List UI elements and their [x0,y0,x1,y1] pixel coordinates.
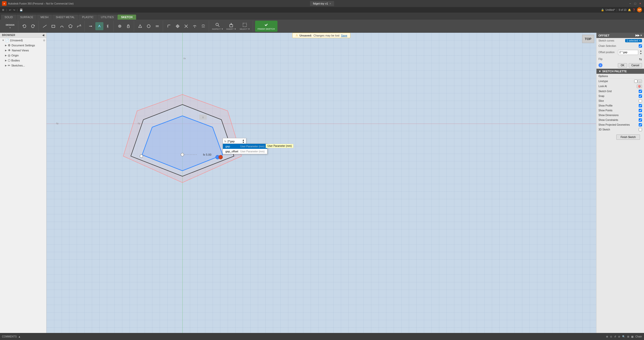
nav-icon-1[interactable]: ⊕ [606,335,608,338]
save-button-win[interactable]: 💾 [20,9,23,11]
browser-item-named-views[interactable]: ▶ 👁 Named Views [0,48,46,53]
chain-selection-checkbox[interactable] [639,44,642,48]
coincident-button[interactable] [116,22,124,30]
3d-sketch-checkbox[interactable] [639,128,642,131]
notification-icon[interactable]: 🔔 [628,9,631,11]
lookat-button[interactable]: 🎯 [637,85,642,88]
delete-handle[interactable] [219,155,223,159]
display-icon[interactable]: ▦ [631,335,633,338]
grid-icon[interactable]: ⊞ [627,335,629,338]
selected-clear-icon[interactable]: × [639,39,640,42]
nav-icon-3[interactable]: ↺ [614,335,616,338]
inspect-dropdown-button[interactable]: INSPECT ▼ [211,21,224,32]
tab-sketch[interactable]: SKETCH [117,15,136,20]
design-dropdown-button[interactable]: DESIGN ▼ [4,21,17,32]
active-tab[interactable]: fidget-toy v1 × [310,1,334,6]
rect-tool-button[interactable] [49,22,57,30]
linetype-checkbox[interactable] [634,80,637,83]
tab-solid[interactable]: SOLID [1,15,16,20]
redo-tool-button[interactable] [29,22,37,30]
crosshair-button[interactable] [174,22,182,30]
offset-input-field[interactable] [227,140,241,143]
curve-extend-button[interactable] [191,22,199,30]
polygon-tool-button[interactable] [66,22,74,30]
spline-tool-button[interactable] [75,22,83,30]
user-avatar[interactable]: AP [637,7,642,12]
finish-sketch-palette-button[interactable]: Finish Sketch [616,134,640,140]
save-link-button[interactable]: Save [341,34,347,37]
double-line-tool-button[interactable] [153,22,161,30]
redo-button[interactable]: ↪ [13,9,15,11]
ok-button[interactable]: OK [618,63,627,67]
show-dimensions-checkbox[interactable] [639,114,642,117]
help-icon[interactable]: ❓ [632,9,635,11]
triangle-tool-button[interactable] [136,22,144,30]
circle-tool-button[interactable] [145,22,153,30]
autocomplete-item-gap[interactable]: gap User Parameter (mm) [223,144,267,149]
trim-tool-button[interactable] [87,22,95,30]
minimize-button[interactable]: − [628,2,632,5]
undo-button[interactable]: ↩ [9,9,11,11]
window-menu-file[interactable]: ⚙ [2,9,4,11]
unsaved-message: Changes may be lost [313,34,339,37]
tab-utilities[interactable]: UTILITIES [97,15,117,20]
browser-item-unsaved[interactable]: ▼ 📄 (Unsaved) ⚙ [0,38,46,43]
select-dropdown-button[interactable]: SELECT ▼ [238,21,251,32]
finish-sketch-button[interactable]: FINISH SKETCH [255,21,277,32]
offset-spinners[interactable]: ▲ ▼ [640,50,642,55]
show-profile-checkbox[interactable] [639,104,642,107]
canvas-area[interactable]: TOP ⚠ Unsaved: Changes may be lost Save … [47,33,596,340]
slice-checkbox[interactable] [639,99,642,103]
browser-item-doc-settings[interactable]: ▶ ⚙ Document Settings [0,43,46,48]
browser-item-sketches[interactable]: ▶ ✏ Sketches... [0,63,46,68]
offset-panel-close-icon[interactable]: × [640,34,642,37]
show-constraints-checkbox[interactable] [639,118,642,122]
cancel-button[interactable]: Cancel [629,63,642,67]
undo-tool-button[interactable] [20,22,28,30]
unsaved-settings-icon[interactable]: ⚙ [43,39,45,42]
tab-mesh[interactable]: MESH [37,15,52,20]
sketch-palette-expand-icon[interactable]: ▼ [598,70,601,73]
lock-button[interactable] [124,22,132,30]
browser-item-bodies[interactable]: ▶ ⬡ Bodies [0,58,46,63]
nav-icon-4[interactable]: ⊘ [618,335,620,338]
offset-up-arrow[interactable]: ▲ [640,50,642,52]
tab-surface[interactable]: SURFACE [17,15,37,20]
offset-popup-up[interactable]: ▲▼ [242,139,245,144]
browser-collapse-icon[interactable]: ◀ [42,34,44,37]
offset-panel-header: OFFSET ▶▶ × [596,33,644,38]
insert-dropdown-button[interactable]: INSERT ▼ [225,21,238,32]
zoom-icon[interactable]: 🔍 [622,335,625,338]
x-tool-button[interactable] [182,22,190,30]
maximize-button[interactable]: □ [633,2,637,5]
autocomplete-item-gap-offset[interactable]: gap_offset User Parameter (mm) [223,149,267,154]
mirror-tool-button[interactable] [104,22,112,30]
close-button[interactable]: × [638,2,642,5]
browser-item-origin[interactable]: ▶ ◎ Origin [0,53,46,58]
snap-checkbox[interactable] [639,94,642,98]
fillet-button[interactable] [165,22,173,30]
offset-position-input[interactable] [618,50,638,55]
offset-panel-collapse-icon[interactable]: ▶▶ [635,34,639,37]
slice-label: Slice [598,99,639,102]
show-projected-checkbox[interactable] [639,123,642,126]
tab-close-icon[interactable]: × [330,2,331,5]
offset-down-arrow[interactable]: ▼ [640,52,642,55]
tool-tab-strip: SOLID SURFACE MESH SHEET METAL PLASTIC U… [0,13,644,20]
linetype-button[interactable]: ... [637,80,642,83]
tab-sheetmetal[interactable]: SHEET METAL [52,15,78,20]
line-tool-button[interactable] [41,22,49,30]
extra-tool-button[interactable] [199,22,207,30]
comments-collapse-icon[interactable]: ▲ [18,335,21,338]
nav-icon-2[interactable]: ⊙ [610,335,612,338]
autocomplete-gap-offset-hint: User Parameter (mm) [240,150,265,153]
offset-tool-button[interactable] [95,22,103,30]
offset-handle[interactable]: ↕ [199,115,207,120]
tab-plastic[interactable]: PLASTIC [78,15,97,20]
control-point-left[interactable] [140,155,143,158]
show-points-checkbox[interactable] [639,109,642,112]
sketch-grid-checkbox[interactable] [639,90,642,93]
view-cube[interactable]: TOP [582,35,594,43]
flip-icon[interactable]: ⇆ [639,57,642,61]
arc-tool-button[interactable] [58,22,66,30]
